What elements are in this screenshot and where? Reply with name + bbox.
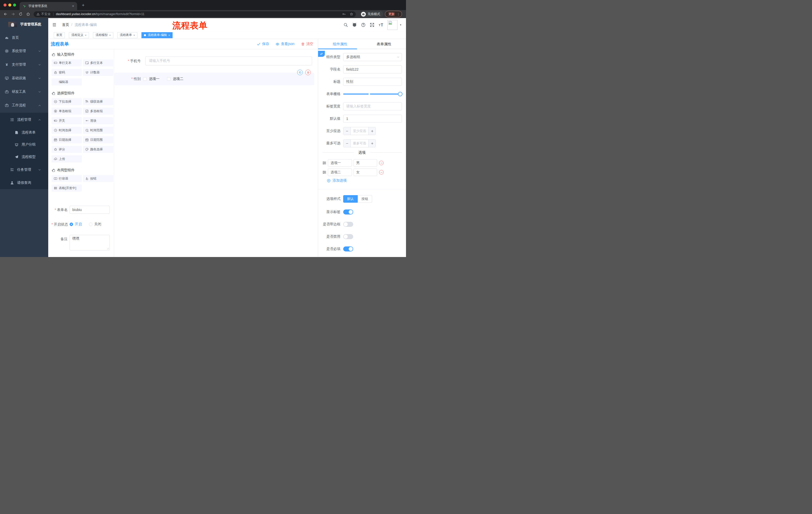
tag-close-icon[interactable]: ×: [168, 34, 170, 37]
help-icon[interactable]: [361, 23, 366, 27]
palette-item-date-picker[interactable]: 日期选择: [52, 136, 82, 143]
palette-item-slider[interactable]: 滑块: [83, 117, 113, 124]
palette-item-single-text[interactable]: 单行文本: [52, 59, 82, 66]
back-icon[interactable]: [3, 12, 7, 16]
github-icon[interactable]: [352, 23, 357, 27]
field-name-input[interactable]: field122: [343, 65, 402, 74]
window-minimize-button[interactable]: [8, 3, 11, 6]
user-menu-caret-icon[interactable]: ▾: [400, 24, 403, 26]
form-grid-slider[interactable]: [343, 90, 402, 98]
toggle-show-label[interactable]: [343, 210, 353, 215]
default-value-input[interactable]: 1: [343, 115, 402, 123]
palette-item-multi-text[interactable]: 多行文本: [83, 59, 113, 66]
add-option-button[interactable]: 添加选项: [327, 178, 406, 183]
sidebar-logo[interactable]: 芋道管理系统: [0, 18, 48, 31]
save-button[interactable]: 保存: [257, 42, 269, 46]
palette-item-button[interactable]: 按钮: [83, 175, 113, 182]
palette-item-select[interactable]: 下拉选择: [52, 98, 82, 105]
style-default-button[interactable]: 默认: [343, 195, 358, 203]
remove-option-button[interactable]: [379, 161, 384, 165]
tag-process-definition[interactable]: 流程定义×: [69, 32, 89, 38]
tab-form-props[interactable]: 表单属性: [362, 39, 406, 49]
view-json-button[interactable]: 查看json: [276, 42, 294, 46]
palette-item-date-range[interactable]: 日期范围: [83, 136, 113, 143]
drag-handle-icon[interactable]: [322, 161, 326, 165]
canvas-field-gender-selected[interactable]: 性别 选项一 选项二: [114, 73, 314, 85]
sidebar-collapse-icon[interactable]: [52, 23, 57, 27]
stepper-plus-button[interactable]: [368, 140, 376, 147]
tag-close-icon[interactable]: ×: [109, 34, 111, 37]
sidebar-item-task-mgmt[interactable]: 任务管理: [0, 164, 48, 175]
clear-button[interactable]: 清空: [301, 42, 313, 46]
tab-close-icon[interactable]: ×: [71, 4, 75, 8]
reload-icon[interactable]: [19, 12, 23, 16]
copy-field-button[interactable]: [297, 70, 303, 75]
sidebar-item-devtools[interactable]: 研发工具: [0, 86, 48, 97]
gender-checkbox-2[interactable]: 选项二: [167, 77, 183, 81]
sidebar-item-process-form[interactable]: 流程表单: [0, 127, 48, 138]
palette-item-row-container[interactable]: 行容器: [52, 175, 82, 182]
style-button-button[interactable]: 按钮: [358, 195, 372, 203]
option-value-input[interactable]: 女: [353, 168, 377, 176]
font-size-icon[interactable]: TT: [379, 23, 383, 27]
palette-item-password[interactable]: 密码: [52, 69, 82, 76]
new-tab-button[interactable]: +: [80, 2, 86, 8]
search-icon[interactable]: [343, 23, 348, 27]
palette-item-radio-group[interactable]: 单选框组: [52, 108, 82, 115]
option-label-input[interactable]: 选项一: [328, 159, 352, 167]
browser-update-button[interactable]: 更新 ⋮: [385, 11, 402, 17]
sidebar-item-infra[interactable]: 基础设施: [0, 73, 48, 84]
palette-item-switch[interactable]: 开关: [52, 117, 82, 124]
password-key-icon[interactable]: [342, 12, 346, 16]
address-bar[interactable]: 不安全 dashboard.yudao.iocoder.cn/bpm/manag…: [34, 11, 356, 17]
sidebar-item-leave-query[interactable]: 请假查询: [0, 177, 48, 188]
drag-handle-icon[interactable]: [322, 170, 326, 174]
option-value-input[interactable]: 男: [353, 159, 377, 167]
palette-item-checkbox-group[interactable]: 多选框组: [83, 108, 113, 115]
gender-checkbox-1[interactable]: 选项一: [143, 77, 160, 81]
tag-process-form-edit[interactable]: 流程表单-编辑×: [141, 32, 172, 38]
delete-field-button[interactable]: [305, 70, 311, 75]
forward-icon[interactable]: [11, 12, 15, 16]
sidebar-item-process-model[interactable]: 流程模型: [0, 152, 48, 162]
sidebar-item-payment[interactable]: ¥ 支付管理: [0, 59, 48, 70]
palette-item-time-range[interactable]: 时间范围: [83, 127, 113, 134]
palette-item-counter[interactable]: 123计数器: [83, 69, 113, 76]
form-name-input[interactable]: biubiu: [69, 206, 110, 214]
radio-open[interactable]: 开启: [69, 222, 82, 226]
sidebar-item-user-group[interactable]: 用户分组: [0, 139, 48, 150]
fullscreen-icon[interactable]: [370, 23, 374, 27]
tag-close-icon[interactable]: ×: [85, 34, 86, 37]
palette-item-cascader[interactable]: 级联选择: [83, 98, 113, 105]
bookmark-star-icon[interactable]: [350, 12, 353, 16]
palette-item-time-picker[interactable]: 时间选择: [52, 127, 82, 134]
slider-handle[interactable]: [398, 92, 403, 96]
resize-grip-icon[interactable]: [107, 247, 109, 250]
title-input[interactable]: 性别: [343, 78, 402, 86]
remove-option-button[interactable]: [379, 170, 384, 174]
sidebar-item-process-mgmt[interactable]: 流程管理: [0, 114, 48, 125]
toggle-border[interactable]: [343, 222, 353, 227]
sidebar-item-system[interactable]: 系统管理: [0, 46, 48, 57]
doc-link-tag[interactable]: [318, 51, 325, 57]
browser-tab[interactable]: 芋道管理系统 ×: [20, 2, 77, 10]
min-select-input[interactable]: 至少应选: [351, 127, 368, 135]
palette-item-table[interactable]: 表格[开发中]: [52, 185, 82, 192]
label-width-input[interactable]: 请输入标签宽度: [343, 102, 402, 110]
checkbox-icon[interactable]: [143, 77, 147, 81]
form-remark-textarea[interactable]: 嘿嘿: [69, 235, 110, 250]
palette-item-color-picker[interactable]: 颜色选择: [83, 146, 113, 153]
checkbox-icon[interactable]: [167, 77, 171, 81]
sidebar-item-workflow[interactable]: 工作流程: [0, 100, 48, 111]
option-label-input[interactable]: 选项二: [328, 168, 352, 176]
window-zoom-button[interactable]: [13, 3, 16, 6]
canvas-field-phone[interactable]: 手机号 请输入手机号: [114, 56, 312, 65]
max-select-input[interactable]: 最多可选: [351, 140, 368, 147]
toggle-required[interactable]: [343, 246, 353, 251]
palette-item-rate[interactable]: 评分: [52, 146, 82, 153]
toggle-disabled[interactable]: [343, 234, 353, 239]
palette-item-editor[interactable]: 编辑器: [52, 78, 82, 85]
phone-input[interactable]: 请输入手机号: [145, 56, 312, 65]
browser-menu-icon[interactable]: ⋮: [397, 12, 400, 16]
avatar[interactable]: [387, 20, 398, 30]
